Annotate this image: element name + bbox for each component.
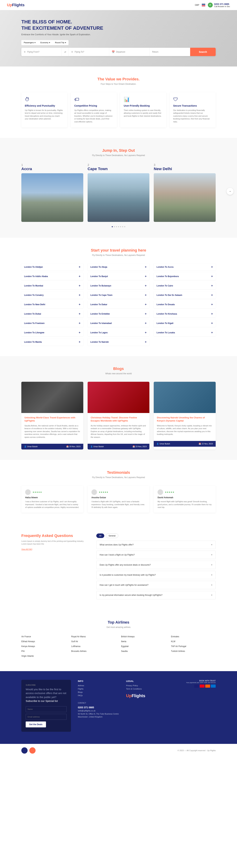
- route-item[interactable]: London To New Delhi ✈: [21, 301, 83, 308]
- to-field[interactable]: ✈Flying To?: [69, 48, 109, 56]
- route-item[interactable]: London To Dakar ✈: [88, 301, 149, 308]
- search-button[interactable]: Search: [190, 48, 216, 56]
- route-item[interactable]: London To Freetown ✈: [21, 319, 83, 327]
- dot[interactable]: [124, 226, 125, 227]
- from-field[interactable]: ✈Flying From?: [21, 48, 62, 56]
- route-item[interactable]: London To Lilongwe ✈: [21, 329, 83, 336]
- phone-badge[interactable]: ✆ 0203 371 0885 Call Answer in Sec: [208, 3, 230, 7]
- faq-item[interactable]: How can I book a flight on Up Flights? +: [96, 551, 216, 559]
- route-item[interactable]: London To Lagos ✈: [88, 329, 149, 336]
- calendar-icon: 📅: [112, 51, 115, 53]
- airline-link[interactable]: Egyptair: [121, 645, 166, 648]
- dot[interactable]: [114, 226, 115, 227]
- route-item[interactable]: London To Cape Town ✈: [88, 291, 149, 299]
- destinations-section: Jump In, Step Out Fly Directly to These …: [0, 138, 237, 238]
- airline-link[interactable]: Lufthansa: [71, 645, 116, 648]
- airline-link[interactable]: Brussels Airlines: [71, 650, 116, 652]
- footer-link[interactable]: Airlines: [78, 684, 119, 687]
- route-item[interactable]: London To Lusaka ✈: [154, 329, 216, 336]
- swap-button[interactable]: ⇄: [62, 48, 69, 56]
- route-item[interactable]: London To Nairobi ✈: [88, 338, 149, 346]
- blog-card[interactable]: Discovering Nairobi Unveiling the Charms…: [154, 382, 216, 450]
- route-item[interactable]: London To Douala ✈: [154, 301, 216, 308]
- footer-link[interactable]: FAQs: [78, 694, 119, 696]
- departure-field[interactable]: 📅Departure: [109, 48, 150, 56]
- footer-link[interactable]: Privacy Policy: [126, 684, 167, 687]
- subscribe-button[interactable]: Get the Deals: [26, 721, 46, 727]
- airline-link[interactable]: British Airways: [121, 636, 166, 638]
- route-item[interactable]: London To Manila ✈: [21, 338, 83, 346]
- route-item[interactable]: London To Dubai ✈: [21, 310, 83, 317]
- blog-card[interactable]: Unlocking World-Class Travel Experiences…: [21, 382, 83, 450]
- value-title: The Value we Provides.: [21, 77, 216, 82]
- footer-link[interactable]: Term & Conditions: [126, 688, 167, 690]
- chevron-right-icon: →: [229, 190, 232, 193]
- footer-link[interactable]: Flights: [78, 688, 119, 690]
- route-label: London To Freetown: [24, 322, 44, 324]
- return-field[interactable]: Return: [150, 48, 190, 56]
- airline-link[interactable]: TAP Air Portugal: [171, 645, 216, 648]
- name-input[interactable]: [26, 706, 67, 712]
- dot[interactable]: [120, 226, 121, 227]
- airline-link[interactable]: PIA: [21, 650, 66, 652]
- route-item[interactable]: London To Mumbai ✈: [21, 282, 83, 289]
- passengers-tab[interactable]: Passengers ▾: [21, 40, 38, 45]
- faq-item[interactable]: Is my personal information secure when b…: [96, 591, 216, 599]
- route-item[interactable]: London To Cairo ✈: [154, 282, 216, 289]
- airline-link[interactable]: Air France: [21, 636, 66, 638]
- airline-link[interactable]: Emirates: [171, 636, 216, 638]
- route-item[interactable]: London To Bujumbura ✈: [154, 273, 216, 280]
- airline-link[interactable]: Royal Air Maroc: [71, 636, 116, 638]
- route-item[interactable]: London To Islamabad ✈: [88, 319, 149, 327]
- dest-card[interactable]: 3 New Delhi: [154, 163, 216, 222]
- airline-link[interactable]: Etihad Airways: [21, 640, 66, 643]
- footer-link[interactable]: Blogs: [78, 691, 119, 693]
- faq-item[interactable]: Is it possible to customize my travel it…: [96, 571, 216, 579]
- route-item[interactable]: London To Abidjan ✈: [21, 264, 83, 271]
- airline-link[interactable]: Turkish Airlines: [171, 650, 216, 652]
- faq-tab-all[interactable]: All: [96, 533, 104, 538]
- logo[interactable]: UpFlights: [7, 3, 25, 7]
- airline-link[interactable]: Kenya Airways: [21, 645, 66, 648]
- airline-link[interactable]: Saudia: [121, 650, 166, 652]
- footer-logo: UpFlights: [126, 693, 167, 698]
- uk-flag-icon[interactable]: [202, 4, 205, 6]
- next-arrow[interactable]: →: [227, 188, 234, 195]
- email-input[interactable]: [26, 714, 67, 720]
- dot[interactable]: [118, 226, 119, 227]
- dot[interactable]: [122, 226, 123, 227]
- airline-link[interactable]: Virgin Atlantic: [21, 655, 66, 657]
- route-item[interactable]: London To Addis Ababa ✈: [21, 273, 83, 280]
- testimonials-section: Testimonials Fly Directly to These Desti…: [0, 460, 237, 523]
- dest-card[interactable]: 2 Cape Town: [88, 163, 149, 222]
- route-item[interactable]: London To Entebbe ✈: [88, 310, 149, 317]
- faq-item[interactable]: Does Up Flights offer any exclusive deal…: [96, 561, 216, 569]
- route-item[interactable]: London To Bulawayo ✈: [88, 282, 149, 289]
- blog-excerpt: As the holiday season approaches, embrac…: [91, 424, 146, 439]
- airline-link[interactable]: KLM: [171, 640, 216, 643]
- dot[interactable]: [116, 226, 117, 227]
- faq-view-all-link[interactable]: View All FAQ: [21, 548, 32, 550]
- route-item[interactable]: London To Accra ✈: [154, 264, 216, 271]
- route-item[interactable]: London To Conakry ✈: [21, 291, 83, 299]
- route-item[interactable]: London To Banjul ✈: [88, 273, 149, 280]
- blog-card[interactable]: Christmas Holiday Travel: Discover Festi…: [88, 382, 149, 450]
- route-item[interactable]: London To Abuja ✈: [88, 264, 149, 271]
- currency-selector[interactable]: GBP: [195, 4, 199, 6]
- route-item[interactable]: London To Dar Es Salaam ✈: [154, 291, 216, 299]
- dest-card[interactable]: 1 Accra: [21, 163, 83, 222]
- testimonial-name: David Ankomah: [158, 496, 212, 499]
- route-item[interactable]: London To Kinshasa ✈: [154, 310, 216, 317]
- roundtrip-tab[interactable]: Round Trip ▾: [53, 40, 69, 45]
- dot[interactable]: [112, 226, 113, 227]
- route-label: London To Cairo: [157, 284, 173, 287]
- airline-link[interactable]: Gulf Air: [71, 640, 116, 643]
- faq-item[interactable]: How can I get in touch with UpFlights fo…: [96, 581, 216, 589]
- faq-item[interactable]: What services does Up Flights offer? +: [96, 540, 216, 549]
- blog-title: Unlocking World-Class Travel Experiences…: [25, 416, 80, 422]
- faq-tab-general[interactable]: General: [106, 533, 118, 538]
- economy-tab[interactable]: Economy ▾: [38, 40, 53, 45]
- airline-link[interactable]: Iberia: [121, 640, 166, 643]
- route-item[interactable]: London To Kigali ✈: [154, 319, 216, 327]
- plane-icon: ✈: [145, 322, 146, 324]
